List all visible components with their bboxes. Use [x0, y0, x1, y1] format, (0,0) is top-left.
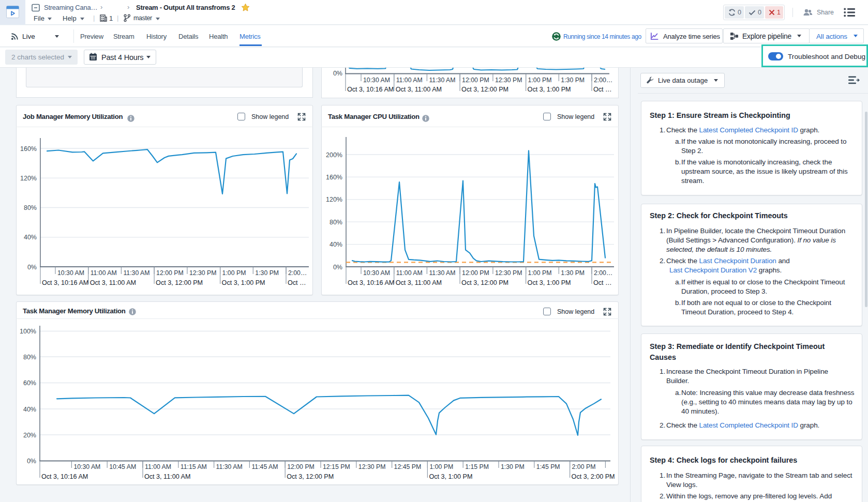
svg-text:Oct …: Oct … — [593, 279, 612, 286]
svg-text:Oct 3, 1:00 PM: Oct 3, 1:00 PM — [528, 86, 571, 93]
svg-text:11:00 AM: 11:00 AM — [145, 463, 171, 470]
svg-text:Oct …: Oct … — [593, 86, 612, 93]
svg-text:Oct 3, 12:00 PM: Oct 3, 12:00 PM — [461, 86, 508, 93]
svg-text:0%: 0% — [333, 70, 342, 77]
svg-text:10:45 AM: 10:45 AM — [109, 463, 136, 470]
svg-text:12:30 PM: 12:30 PM — [495, 269, 522, 277]
svg-text:10:30 AM: 10:30 AM — [363, 269, 390, 277]
svg-text:Oct 3, 12:00 PM: Oct 3, 12:00 PM — [461, 279, 508, 286]
svg-text:Oct 3, 12:00 PM: Oct 3, 12:00 PM — [156, 279, 203, 286]
svg-text:11:30 AM: 11:30 AM — [429, 77, 455, 84]
svg-text:Oct 3, 11:00 AM: Oct 3, 11:00 AM — [90, 279, 136, 286]
svg-text:0%: 0% — [27, 458, 36, 465]
svg-text:Oct 3, 1:00 PM: Oct 3, 1:00 PM — [222, 279, 265, 286]
svg-text:100%: 100% — [20, 328, 36, 335]
svg-text:2:00…: 2:00… — [288, 269, 307, 277]
svg-text:1:30 PM: 1:30 PM — [501, 463, 525, 470]
svg-text:0%: 0% — [333, 264, 342, 271]
svg-text:Oct 3, 11:00 AM: Oct 3, 11:00 AM — [396, 279, 442, 286]
svg-text:80%: 80% — [330, 219, 342, 226]
svg-text:12:00 PM: 12:00 PM — [156, 269, 184, 277]
svg-text:11:00 AM: 11:00 AM — [91, 269, 117, 277]
svg-text:Oct 3, 11:00 AM: Oct 3, 11:00 AM — [396, 86, 442, 93]
svg-text:10:30 AM: 10:30 AM — [73, 463, 100, 470]
svg-text:12:00 PM: 12:00 PM — [462, 77, 489, 84]
svg-text:Oct 3, 1:00 PM: Oct 3, 1:00 PM — [528, 279, 571, 286]
svg-text:11:00 AM: 11:00 AM — [396, 77, 423, 84]
svg-text:1:30 PM: 1:30 PM — [255, 269, 279, 277]
svg-text:11:30 AM: 11:30 AM — [216, 463, 243, 470]
svg-text:1:00 PM: 1:00 PM — [222, 269, 246, 277]
svg-text:12:30 PM: 12:30 PM — [189, 269, 217, 277]
svg-text:1:45 PM: 1:45 PM — [536, 463, 560, 470]
svg-text:Oct 3, 2:00 PM: Oct 3, 2:00 PM — [572, 473, 615, 480]
svg-text:12:45 PM: 12:45 PM — [394, 463, 422, 470]
svg-text:11:15 AM: 11:15 AM — [181, 463, 207, 470]
svg-text:10:30 AM: 10:30 AM — [363, 77, 390, 84]
svg-text:Oct 3, 10:16 AM: Oct 3, 10:16 AM — [41, 473, 88, 480]
svg-text:Oct 3, 10:16 AM: Oct 3, 10:16 AM — [348, 279, 394, 286]
svg-text:Oct 3, 10:16 AM: Oct 3, 10:16 AM — [347, 86, 394, 93]
svg-text:Oct …: Oct … — [288, 279, 306, 286]
svg-text:40%: 40% — [23, 406, 36, 413]
svg-text:12:00 PM: 12:00 PM — [462, 269, 489, 277]
svg-text:10:30 AM: 10:30 AM — [57, 269, 84, 277]
svg-text:40%: 40% — [330, 241, 342, 248]
svg-text:12:15 PM: 12:15 PM — [323, 463, 350, 470]
svg-text:11:00 AM: 11:00 AM — [396, 269, 423, 277]
svg-text:2:00 PM: 2:00 PM — [572, 463, 596, 470]
svg-text:Oct 3, 10:16 AM: Oct 3, 10:16 AM — [42, 279, 88, 286]
svg-text:80%: 80% — [24, 204, 37, 211]
svg-text:2:00…: 2:00… — [594, 269, 612, 277]
svg-text:1:30 PM: 1:30 PM — [561, 269, 585, 277]
svg-text:0%: 0% — [27, 264, 37, 271]
svg-text:12:30 PM: 12:30 PM — [495, 77, 522, 84]
svg-text:11:45 AM: 11:45 AM — [251, 463, 278, 470]
svg-text:11:30 AM: 11:30 AM — [123, 269, 149, 277]
svg-text:160%: 160% — [20, 145, 37, 153]
svg-text:12:00 PM: 12:00 PM — [287, 463, 315, 470]
svg-text:80%: 80% — [23, 354, 36, 361]
svg-text:160%: 160% — [326, 174, 342, 181]
svg-text:60%: 60% — [23, 379, 36, 387]
svg-text:200%: 200% — [326, 151, 342, 159]
svg-text:Oct 3, 12:00 PM: Oct 3, 12:00 PM — [287, 473, 334, 480]
svg-text:12:30 PM: 12:30 PM — [358, 463, 386, 470]
svg-text:120%: 120% — [20, 175, 37, 182]
svg-text:Oct 3, 1:00 PM: Oct 3, 1:00 PM — [429, 473, 472, 480]
svg-text:1:00 PM: 1:00 PM — [528, 269, 552, 277]
svg-text:1:00 PM: 1:00 PM — [429, 463, 453, 470]
svg-text:40%: 40% — [24, 234, 37, 241]
svg-text:Oct 3, 11:00 AM: Oct 3, 11:00 AM — [144, 473, 190, 480]
svg-text:1:30 PM: 1:30 PM — [561, 77, 585, 84]
svg-text:20%: 20% — [23, 432, 36, 439]
svg-text:1:00 PM: 1:00 PM — [528, 77, 552, 84]
svg-text:11:30 AM: 11:30 AM — [429, 269, 455, 277]
svg-text:120%: 120% — [326, 196, 342, 203]
svg-text:2:00…: 2:00… — [594, 77, 612, 84]
svg-text:1:15 PM: 1:15 PM — [465, 463, 489, 470]
